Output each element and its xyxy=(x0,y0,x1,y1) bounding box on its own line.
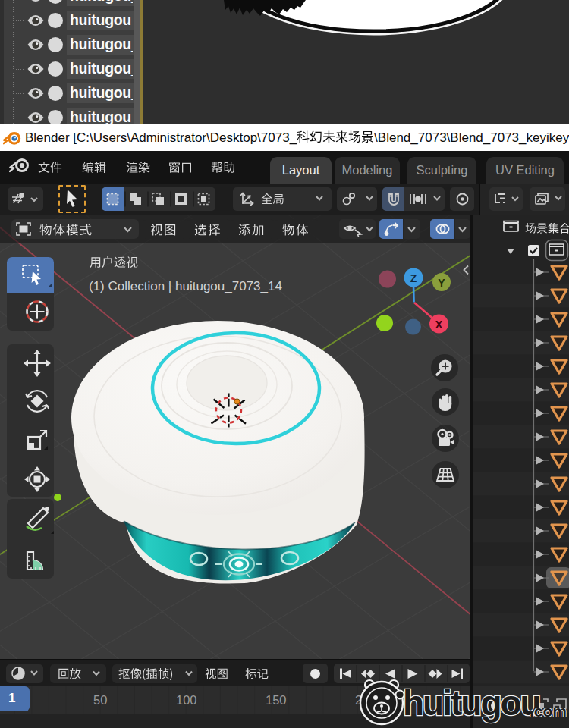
svg-text:.com: .com xyxy=(530,702,567,720)
svg-text:Z: Z xyxy=(410,272,417,284)
svg-text:Y: Y xyxy=(438,277,445,289)
svg-text:X: X xyxy=(435,318,443,331)
svg-text:huitugou: huitugou xyxy=(403,683,540,723)
